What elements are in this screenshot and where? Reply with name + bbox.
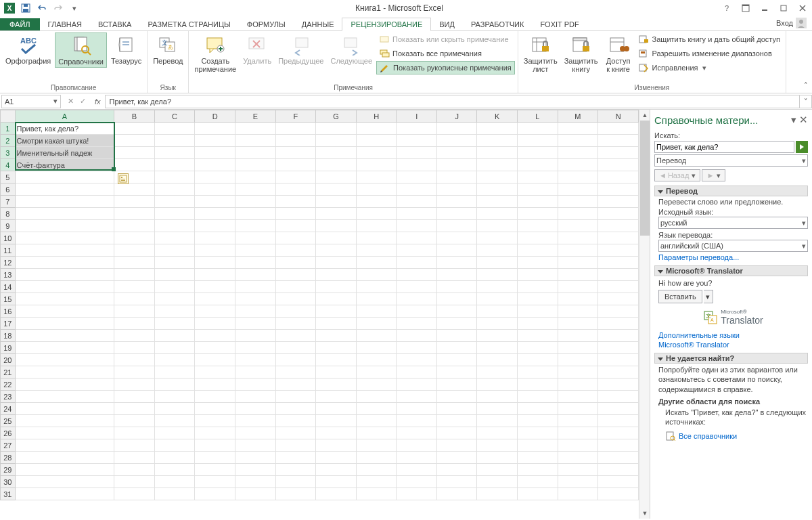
cell[interactable] xyxy=(397,135,436,147)
cell[interactable] xyxy=(436,378,477,391)
cell[interactable] xyxy=(316,391,357,403)
cell[interactable] xyxy=(558,403,598,415)
cell[interactable] xyxy=(518,123,558,135)
cell[interactable] xyxy=(316,269,357,281)
cell[interactable] xyxy=(477,476,518,488)
cell[interactable] xyxy=(235,366,276,378)
cell[interactable] xyxy=(518,244,558,257)
cell[interactable] xyxy=(518,391,558,403)
cell[interactable] xyxy=(275,208,316,220)
cell[interactable] xyxy=(15,427,114,439)
cell[interactable] xyxy=(154,439,195,452)
fx-icon[interactable]: fx xyxy=(91,98,105,106)
nav-forward-button[interactable]: ► ▾ xyxy=(702,169,725,181)
cell[interactable] xyxy=(154,244,195,257)
cell[interactable] xyxy=(154,342,195,354)
cell[interactable] xyxy=(356,378,397,391)
cell[interactable] xyxy=(518,220,558,232)
cell[interactable] xyxy=(558,305,598,318)
cell[interactable] xyxy=(154,257,195,269)
cell[interactable] xyxy=(275,269,316,281)
cell[interactable] xyxy=(275,415,316,427)
row-header[interactable]: 24 xyxy=(1,403,16,415)
cell[interactable] xyxy=(598,464,639,476)
cell[interactable] xyxy=(558,378,598,391)
row-header[interactable]: 14 xyxy=(1,281,16,293)
cell[interactable] xyxy=(195,269,235,281)
save-icon[interactable] xyxy=(19,1,32,15)
cell[interactable] xyxy=(275,366,316,378)
spreadsheet-grid[interactable]: A B C D E F G H I J K L M N 1Привет, как… xyxy=(0,110,639,500)
cell[interactable] xyxy=(275,220,316,232)
cell[interactable] xyxy=(518,403,558,415)
show-hide-comment-button[interactable]: Показать или скрыть примечание xyxy=(376,32,515,46)
cell[interactable] xyxy=(235,354,276,366)
cell[interactable] xyxy=(477,354,518,366)
row-header[interactable]: 31 xyxy=(1,488,16,500)
cell[interactable] xyxy=(114,464,155,476)
sign-in-button[interactable]: Вход xyxy=(771,16,812,30)
cell[interactable] xyxy=(518,305,558,318)
cell[interactable] xyxy=(195,208,235,220)
cell[interactable] xyxy=(356,257,397,269)
new-comment-button[interactable]: Создать примечание xyxy=(191,32,239,74)
cell[interactable] xyxy=(316,415,357,427)
tab-foxit[interactable]: FOXIT PDF xyxy=(532,18,587,30)
cell[interactable] xyxy=(397,159,436,171)
tab-developer[interactable]: РАЗРАБОТЧИК xyxy=(463,18,532,30)
cell[interactable] xyxy=(154,196,195,208)
cell[interactable] xyxy=(436,330,477,342)
cell[interactable]: Счёт-фактура xyxy=(15,159,114,171)
cell[interactable] xyxy=(477,135,518,147)
track-changes-button[interactable]: Исправления ▾ xyxy=(636,61,783,74)
cell[interactable] xyxy=(518,366,558,378)
row-header[interactable]: 28 xyxy=(1,452,16,464)
allow-edit-ranges-button[interactable]: Разрешить изменение диапазонов xyxy=(636,47,783,60)
cell[interactable] xyxy=(356,330,397,342)
cell[interactable] xyxy=(15,403,114,415)
cell[interactable] xyxy=(275,464,316,476)
cell[interactable] xyxy=(114,147,155,159)
cell[interactable] xyxy=(397,366,436,378)
cell[interactable] xyxy=(436,244,477,257)
cell[interactable] xyxy=(558,452,598,464)
cell[interactable] xyxy=(598,232,639,244)
cell[interactable] xyxy=(316,232,357,244)
formula-input[interactable]: Привет, как дела? xyxy=(105,95,800,108)
row-header[interactable]: 8 xyxy=(1,208,16,220)
cell[interactable] xyxy=(518,171,558,183)
cell[interactable] xyxy=(235,452,276,464)
cell[interactable] xyxy=(598,488,639,500)
cell[interactable] xyxy=(15,232,114,244)
cell[interactable] xyxy=(598,183,639,196)
cell[interactable] xyxy=(477,196,518,208)
cell[interactable] xyxy=(154,269,195,281)
col-header-A[interactable]: A xyxy=(15,110,114,123)
cell[interactable] xyxy=(154,476,195,488)
cell[interactable] xyxy=(195,415,235,427)
cell[interactable] xyxy=(275,159,316,171)
cell[interactable] xyxy=(195,159,235,171)
cell[interactable] xyxy=(518,208,558,220)
tab-home[interactable]: ГЛАВНАЯ xyxy=(40,18,90,30)
cell[interactable] xyxy=(195,171,235,183)
cell[interactable] xyxy=(397,415,436,427)
cell[interactable] xyxy=(154,293,195,305)
smart-tag-icon[interactable] xyxy=(118,173,129,184)
cell[interactable] xyxy=(195,257,235,269)
row-header[interactable]: 15 xyxy=(1,293,16,305)
row-header[interactable]: 2 xyxy=(1,135,16,147)
col-header-F[interactable]: F xyxy=(275,110,316,123)
cell[interactable] xyxy=(477,232,518,244)
cell[interactable] xyxy=(114,391,155,403)
cell[interactable] xyxy=(154,464,195,476)
row-header[interactable]: 23 xyxy=(1,391,16,403)
close-icon[interactable] xyxy=(793,1,812,15)
cell[interactable] xyxy=(436,135,477,147)
cell[interactable] xyxy=(114,269,155,281)
cell[interactable] xyxy=(397,354,436,366)
cell[interactable] xyxy=(598,403,639,415)
scroll-thumb[interactable] xyxy=(640,121,650,236)
cell[interactable] xyxy=(316,366,357,378)
cell[interactable] xyxy=(235,439,276,452)
